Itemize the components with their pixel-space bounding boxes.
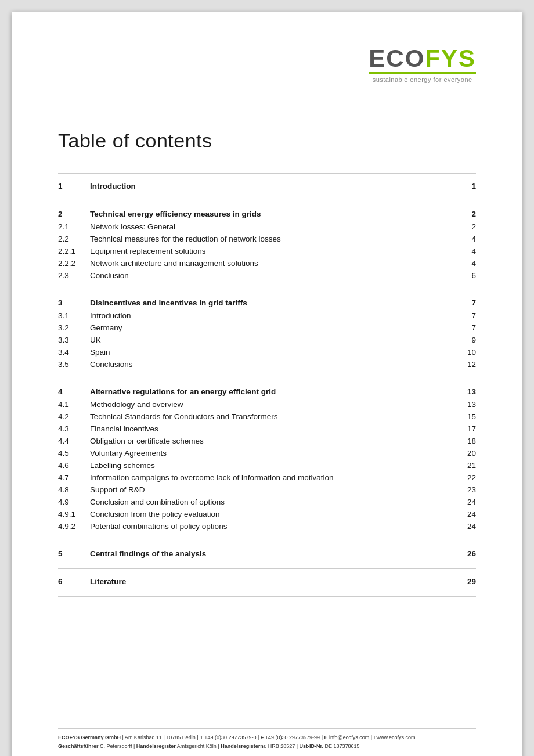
- section-num-6: 6: [58, 569, 90, 588]
- subsection-row-4-9: 4.9 Conclusion and combination of option…: [58, 496, 476, 508]
- subsection-title-2-2: Technical measures for the reduction of …: [90, 233, 453, 245]
- subsection-page-4-9: 24: [453, 496, 476, 508]
- subsection-page-4-7: 22: [453, 471, 476, 484]
- section-page-6: 29: [453, 569, 476, 588]
- section-row-5: 5 Central findings of the analysis 26: [58, 541, 476, 560]
- subsection-title-4-4: Obligation or certificate schemes: [90, 435, 453, 447]
- subsection-row-2-2-2: 2.2.2 Network architecture and managemen…: [58, 257, 476, 269]
- subsection-num-3-4: 3.4: [58, 346, 90, 358]
- section-title-5: Central findings of the analysis: [90, 541, 453, 560]
- subsection-title-4-7: Information campaigns to overcome lack o…: [90, 471, 453, 484]
- subsection-num-4-6: 4.6: [58, 459, 90, 471]
- toc-table-3: 3 Disincentives and incentives in grid t…: [58, 290, 476, 370]
- subsection-row-4-1: 4.1 Methodology and overview 13: [58, 398, 476, 411]
- footer-uid-label: Ust-ID-Nr.: [300, 743, 324, 749]
- footer: ECOFYS Germany GmbH | Am Karlsbad 11 | 1…: [58, 728, 476, 750]
- logo-eco: ECO: [369, 45, 425, 72]
- section-row-3: 3 Disincentives and incentives in grid t…: [58, 290, 476, 309]
- subsection-num-4-8: 4.8: [58, 484, 90, 496]
- subsection-num-4-2: 4.2: [58, 411, 90, 423]
- subsection-row-2-2: 2.2 Technical measures for the reduction…: [58, 233, 476, 245]
- subsection-page-4-3: 17: [453, 423, 476, 435]
- toc-title: Table of contents: [58, 129, 476, 152]
- subsection-num-4-1: 4.1: [58, 398, 90, 411]
- footer-f-label: F: [261, 735, 264, 740]
- subsection-num-4-9-1: 4.9.1: [58, 508, 90, 520]
- subsection-title-4-5: Voluntary Agreements: [90, 447, 453, 459]
- toc-table-2: 2 Technical energy efficiency measures i…: [58, 201, 476, 282]
- section-num-2: 2: [58, 201, 90, 221]
- subsection-title-2-2-1: Equipment replacement solutions: [90, 245, 453, 257]
- subsection-page-2-1: 2: [453, 221, 476, 233]
- subsection-page-4-8: 23: [453, 484, 476, 496]
- subsection-page-2-2-2: 4: [453, 257, 476, 269]
- subsection-num-3-1: 3.1: [58, 309, 90, 322]
- subsection-row-4-7: 4.7 Information campaigns to overcome la…: [58, 471, 476, 484]
- section-num-5: 5: [58, 541, 90, 560]
- subsection-title-3-2: Germany: [90, 322, 453, 334]
- subsection-page-4-1: 13: [453, 398, 476, 411]
- subsection-num-4-4: 4.4: [58, 435, 90, 447]
- subsection-num-2-3: 2.3: [58, 269, 90, 282]
- toc-table-4: 4 Alternative regulations for an energy …: [58, 379, 476, 532]
- subsection-title-4-1: Methodology and overview: [90, 398, 453, 411]
- subsection-page-3-1: 7: [453, 309, 476, 322]
- subsection-num-2-1: 2.1: [58, 221, 90, 233]
- section-title-3: Disincentives and incentives in grid tar…: [90, 290, 453, 309]
- section-title-1: Introduction: [90, 174, 453, 193]
- subsection-title-4-8: Support of R&D: [90, 484, 453, 496]
- subsection-num-3-2: 3.2: [58, 322, 90, 334]
- subsection-num-4-5: 4.5: [58, 447, 90, 459]
- toc-table-6: 6 Literature 29: [58, 569, 476, 588]
- subsection-title-4-6: Labelling schemes: [90, 459, 453, 471]
- footer-line-2: Geschäftsführer C. Petersdorff | Handels…: [58, 742, 476, 750]
- subsection-title-4-9-2: Potential combinations of policy options: [90, 520, 453, 532]
- subsection-title-3-3: UK: [90, 334, 453, 346]
- subsection-row-3-2: 3.2 Germany 7: [58, 322, 476, 334]
- subsection-page-3-5: 12: [453, 358, 476, 370]
- section-num-1: 1: [58, 174, 90, 193]
- subsection-page-4-4: 18: [453, 435, 476, 447]
- footer-line-1: ECOFYS Germany GmbH | Am Karlsbad 11 | 1…: [58, 733, 476, 741]
- section-row-2: 2 Technical energy efficiency measures i…: [58, 201, 476, 221]
- logo-area: ECOFYS sustainable energy for everyone: [58, 46, 476, 83]
- subsection-row-2-1: 2.1 Network losses: General 2: [58, 221, 476, 233]
- footer-e-label: E: [324, 735, 327, 740]
- subsection-page-4-6: 21: [453, 459, 476, 471]
- subsection-page-4-9-2: 24: [453, 520, 476, 532]
- subsection-title-4-9-1: Conclusion from the policy evaluation: [90, 508, 453, 520]
- subsection-num-4-7: 4.7: [58, 471, 90, 484]
- section-page-2: 2: [453, 201, 476, 221]
- footer-i-label: I: [374, 735, 376, 740]
- section-page-5: 26: [453, 541, 476, 560]
- subsection-title-2-3: Conclusion: [90, 269, 453, 282]
- subsection-row-4-3: 4.3 Financial incentives 17: [58, 423, 476, 435]
- logo-underline: [369, 72, 476, 74]
- subsection-title-4-3: Financial incentives: [90, 423, 453, 435]
- subsection-row-2-3: 2.3 Conclusion 6: [58, 269, 476, 282]
- footer-company: ECOFYS Germany GmbH: [58, 735, 121, 740]
- toc-table: 1 Introduction 1: [58, 174, 476, 193]
- section-page-4: 13: [453, 379, 476, 398]
- subsection-title-2-2-2: Network architecture and management solu…: [90, 257, 453, 269]
- subsection-title-4-9: Conclusion and combination of options: [90, 496, 453, 508]
- subsection-num-3-5: 3.5: [58, 358, 90, 370]
- footer-t-label: T: [200, 735, 203, 740]
- section-row-1: 1 Introduction 1: [58, 174, 476, 193]
- footer-hr-label: Handelsregister: [136, 743, 176, 749]
- section-title-6: Literature: [90, 569, 453, 588]
- footer-hrn-label: Handelsregisternr.: [221, 743, 266, 749]
- subsection-row-4-8: 4.8 Support of R&D 23: [58, 484, 476, 496]
- subsection-title-3-4: Spain: [90, 346, 453, 358]
- section-num-4: 4: [58, 379, 90, 398]
- section-num-3: 3: [58, 290, 90, 309]
- subsection-num-4-9: 4.9: [58, 496, 90, 508]
- subsection-num-2-2-1: 2.2.1: [58, 245, 90, 257]
- section-row-6: 6 Literature 29: [58, 569, 476, 588]
- subsection-page-4-9-1: 24: [453, 508, 476, 520]
- subsection-num-4-9-2: 4.9.2: [58, 520, 90, 532]
- subsection-row-2-2-1: 2.2.1 Equipment replacement solutions 4: [58, 245, 476, 257]
- toc-content: 1 Introduction 1 2 Technical energy effi…: [58, 173, 476, 597]
- subsection-row-4-2: 4.2 Technical Standards for Conductors a…: [58, 411, 476, 423]
- subsection-page-4-2: 15: [453, 411, 476, 423]
